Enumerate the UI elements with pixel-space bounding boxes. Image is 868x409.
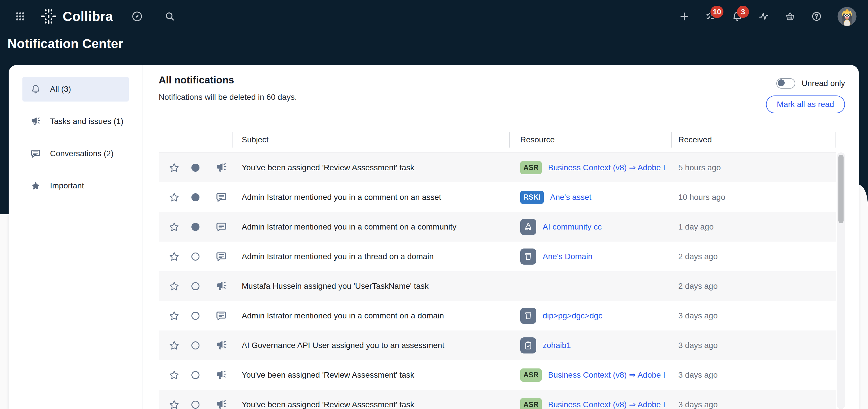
table-row[interactable]: Admin Istrator mentioned you in a commen… <box>159 301 836 330</box>
received-text: 1 day ago <box>678 222 714 231</box>
sidebar-item-all[interactable]: All (3) <box>23 77 129 101</box>
received-cell: 1 day ago <box>672 222 836 232</box>
unread-indicator <box>191 401 199 409</box>
notification-center-page: Collibra 10 3 <box>0 0 868 409</box>
received-text: 3 days ago <box>678 371 718 379</box>
megaphone-icon <box>216 399 227 409</box>
resource-cell: Ane's Domain <box>509 249 672 265</box>
resource-type-badge: ASR <box>520 369 542 382</box>
table-row[interactable]: Admin Istrator mentioned you in a commen… <box>159 182 836 212</box>
subject-cell: Admin Istrator mentioned you in a commen… <box>232 193 509 202</box>
resource-type-badge: ASR <box>520 398 542 409</box>
received-text: 10 hours ago <box>678 193 725 202</box>
received-cell: 2 days ago <box>672 282 836 291</box>
comment-icon <box>216 221 227 233</box>
user-avatar[interactable] <box>838 7 857 26</box>
tasks-icon[interactable]: 10 <box>705 11 716 22</box>
favorite-star-icon[interactable] <box>169 252 179 262</box>
page-title: Notification Center <box>7 36 123 51</box>
resource-link[interactable]: zohaib1 <box>542 341 571 350</box>
sidebar-item-label: Conversations (2) <box>50 148 128 159</box>
topbar-right-icons: 10 3 <box>679 0 857 33</box>
row-icon-cell <box>159 340 232 351</box>
favorite-star-icon[interactable] <box>169 370 179 380</box>
row-icon-cell <box>159 251 232 262</box>
scrollbar-track[interactable] <box>837 152 845 409</box>
table-row[interactable]: You've been assigned 'Review Assessment'… <box>159 360 836 390</box>
subject-text: Mustafa Hussein assigned you 'UserTaskNa… <box>242 282 429 291</box>
resource-cell: dip>pg>dgc>dgc <box>509 308 672 324</box>
unread-only-toggle-row[interactable]: Unread only <box>776 78 845 89</box>
received-cell: 2 days ago <box>672 252 836 261</box>
resource-link[interactable]: Ane's Domain <box>542 252 592 261</box>
discover-compass-icon[interactable] <box>131 10 143 23</box>
subject-cell: You've been assigned 'Review Assessment'… <box>232 163 509 172</box>
collibra-logo-icon <box>40 8 57 25</box>
subject-cell: Mustafa Hussein assigned you 'UserTaskNa… <box>232 282 509 291</box>
sidebar-item-label: Important <box>50 180 128 192</box>
unread-indicator <box>191 282 199 290</box>
help-icon[interactable] <box>811 11 822 22</box>
table-row[interactable]: Admin Istrator mentioned you in a commen… <box>159 212 836 242</box>
assessment-icon <box>520 338 536 353</box>
favorite-star-icon[interactable] <box>169 281 179 291</box>
unread-only-toggle[interactable] <box>776 78 795 89</box>
comment-icon <box>216 251 227 262</box>
row-icon-cell <box>159 221 232 233</box>
favorite-star-icon[interactable] <box>169 222 179 232</box>
marketplace-basket-icon[interactable] <box>785 11 796 22</box>
sidebar-item-important[interactable]: Important <box>23 173 129 198</box>
subject-text: You've been assigned 'Review Assessment'… <box>242 371 414 379</box>
favorite-star-icon[interactable] <box>169 400 179 409</box>
sidebar: All (3) Tasks and issues (1) Conversatio… <box>9 65 143 409</box>
favorite-star-icon[interactable] <box>169 311 179 321</box>
brand-wordmark: Collibra <box>63 9 113 24</box>
notifications-bell-icon[interactable]: 3 <box>732 11 743 22</box>
resource-link[interactable]: AI community cc <box>542 222 601 232</box>
resource-cell: RSKI Ane's asset <box>509 191 672 204</box>
header-received: Received <box>672 127 836 152</box>
sidebar-item-tasks-and-issues[interactable]: Tasks and issues (1) <box>23 109 129 134</box>
sidebar-item-conversations[interactable]: Conversations (2) <box>23 141 129 166</box>
favorite-star-icon[interactable] <box>169 192 179 203</box>
toggle-knob <box>778 79 785 86</box>
received-text: 3 days ago <box>678 341 718 350</box>
star-icon <box>30 181 41 191</box>
unread-indicator <box>191 253 199 261</box>
subject-text: Admin Istrator mentioned you in a commen… <box>242 222 457 231</box>
subject-cell: You've been assigned 'Review Assessment'… <box>232 400 509 409</box>
search-icon[interactable] <box>164 11 175 22</box>
mark-all-as-read-button[interactable]: Mark all as read <box>766 95 845 113</box>
table-header: Subject Resource Received <box>159 127 836 153</box>
resource-link[interactable]: dip>pg>dgc>dgc <box>542 311 602 320</box>
retention-note: Notifications will be deleted in 60 days… <box>159 93 297 102</box>
create-plus-icon[interactable] <box>679 11 690 22</box>
received-text: 3 days ago <box>678 311 718 320</box>
table-row[interactable]: Admin Istrator mentioned you in a thread… <box>159 242 836 271</box>
scrollbar-thumb[interactable] <box>838 155 843 223</box>
collibra-logo[interactable]: Collibra <box>40 8 113 25</box>
table-row[interactable]: Mustafa Hussein assigned you 'UserTaskNa… <box>159 271 836 301</box>
resource-type-badge: RSKI <box>520 191 544 204</box>
resource-link[interactable]: Business Context (v8) ⇒ Adobe I <box>548 400 665 409</box>
row-icon-cell <box>159 310 232 322</box>
notification-card: All (3) Tasks and issues (1) Conversatio… <box>9 65 859 409</box>
resource-cell: ASR Business Context (v8) ⇒ Adobe I <box>509 161 672 174</box>
resource-cell: zohaib1 <box>509 338 672 353</box>
resource-link[interactable]: Business Context (v8) ⇒ Adobe I <box>548 163 665 172</box>
received-cell: 3 days ago <box>672 400 836 409</box>
resource-link[interactable]: Business Context (v8) ⇒ Adobe I <box>548 370 665 380</box>
activity-pulse-icon[interactable] <box>758 11 769 22</box>
table-row[interactable]: You've been assigned 'Review Assessment'… <box>159 153 836 182</box>
megaphone-icon <box>30 116 41 126</box>
favorite-star-icon[interactable] <box>169 163 179 173</box>
app-grid-icon[interactable] <box>15 11 25 22</box>
table-row[interactable]: You've been assigned 'Review Assessment'… <box>159 390 836 409</box>
table-row[interactable]: AI Governance API User assigned you to a… <box>159 330 836 360</box>
unread-indicator <box>191 312 199 320</box>
favorite-star-icon[interactable] <box>169 340 179 351</box>
unread-indicator <box>191 223 199 231</box>
resource-link[interactable]: Ane's asset <box>550 193 591 202</box>
subject-cell: AI Governance API User assigned you to a… <box>232 341 509 350</box>
row-icon-cell <box>159 162 232 173</box>
